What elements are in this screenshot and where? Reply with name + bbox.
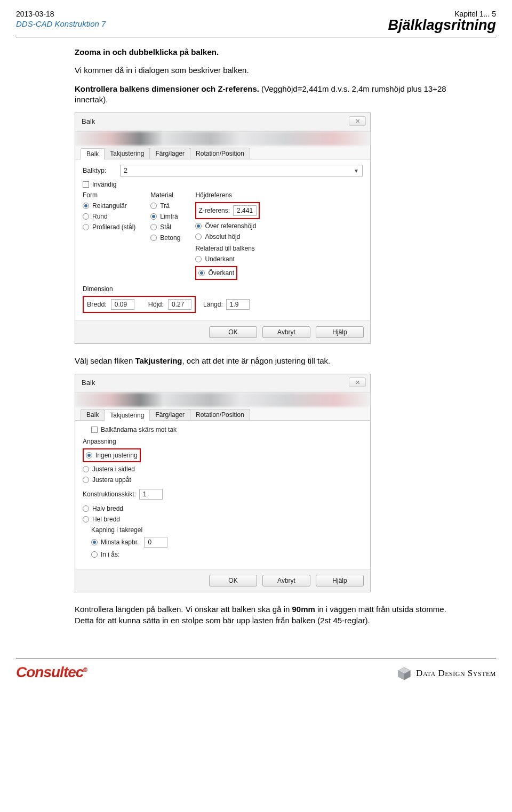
material-group: Material Trä Limträ Stål Betong	[150, 191, 180, 280]
radio-rektangular[interactable]: Rektangulär	[83, 202, 135, 210]
tab-rotation-position[interactable]: Rotation/Position	[190, 148, 250, 159]
page-title: Bjälklagsritning	[388, 17, 496, 34]
header-rule	[16, 37, 496, 37]
radio-stal-label: Stål	[160, 223, 171, 231]
dialog1-background-blur	[75, 132, 370, 146]
hjalp-button[interactable]: Hjälp	[316, 326, 364, 338]
close-icon[interactable]: ✕	[349, 116, 366, 126]
radio-inas-label: In i ås:	[101, 551, 119, 558]
radio-stal[interactable]: Stål	[150, 223, 180, 231]
close-icon[interactable]: ✕	[349, 377, 366, 387]
radio-icon	[86, 452, 92, 459]
radio-rund[interactable]: Rund	[83, 213, 135, 220]
dialog1-title: Balk	[82, 117, 95, 125]
radio-icon	[195, 256, 202, 262]
radio-icon	[83, 477, 89, 483]
product-name: DDS-CAD Konstruktion 7	[16, 19, 106, 28]
dimension-heading: Dimension	[83, 285, 363, 293]
ok-button[interactable]: OK	[209, 575, 257, 586]
tab-balk[interactable]: Balk	[81, 409, 105, 420]
radio-minsta-kapbr[interactable]: Minsta kapbr. 0	[91, 537, 363, 548]
invandig-checkbox[interactable]: Invändig	[83, 181, 363, 188]
consultec-logo: Consultec®	[16, 664, 87, 681]
radio-icon	[150, 235, 157, 241]
radio-under-label: Underkant	[205, 255, 234, 263]
radio-icon	[83, 213, 89, 220]
radio-minsta-label: Minsta kapbr.	[101, 538, 139, 546]
hojd-label: Höjd:	[148, 301, 164, 308]
para-2: Vi kommer då in i dialogen som beskriver…	[75, 65, 459, 76]
avbryt-button[interactable]: Avbryt	[262, 326, 310, 338]
tab-farglager[interactable]: Färg/lager	[149, 409, 190, 420]
balk-dialog-2: Balk ✕ Balk Takjustering Färg/lager Rota…	[75, 374, 371, 592]
checkbox-icon	[91, 427, 98, 433]
bredd-input[interactable]: 0.09	[111, 299, 134, 310]
para-4c: , och att det inte är någon justering ti…	[182, 356, 330, 365]
ok-button[interactable]: OK	[209, 326, 257, 338]
dialog2-buttons: OK Avbryt Hjälp	[75, 569, 370, 592]
radio-icon	[150, 203, 157, 209]
avbryt-button[interactable]: Avbryt	[262, 575, 310, 586]
radio-icon	[83, 516, 89, 522]
dialog1-tabs: Balk Takjustering Färg/lager Rotation/Po…	[75, 146, 370, 159]
hjalp-button[interactable]: Hjälp	[316, 575, 364, 586]
hojd-heading: Höjdreferens	[195, 191, 260, 199]
tab-takjustering[interactable]: Takjustering	[104, 148, 150, 159]
balktyp-select[interactable]: 2 ▼	[120, 165, 363, 176]
tab-balk[interactable]: Balk	[81, 148, 105, 159]
tab-takjustering[interactable]: Takjustering	[104, 409, 150, 421]
para-4b: Takjustering	[135, 356, 182, 365]
radio-halv-label: Halv bredd	[92, 505, 123, 512]
para-5b: 90mm	[292, 605, 315, 614]
balkandarna-checkbox[interactable]: Balkändarna skärs mot tak	[91, 426, 363, 433]
radio-in-i-as[interactable]: In i ås:	[91, 551, 363, 558]
dialog1-buttons: OK Avbryt Hjälp	[75, 320, 370, 343]
para-1-text: Zooma in och dubbelklicka på balken.	[75, 47, 219, 57]
page-footer: Consultec® Data Design System	[16, 658, 496, 681]
radio-justera-uppat[interactable]: Justera uppåt	[83, 476, 363, 484]
radio-profilerad[interactable]: Profilerad (stål)	[83, 223, 135, 231]
radio-icon	[195, 223, 202, 229]
radio-absolut-hojd[interactable]: Absolut höjd	[195, 233, 260, 240]
radio-halv-bredd[interactable]: Halv bredd	[83, 505, 363, 512]
para-4: Välj sedan fliken Takjustering, och att …	[75, 356, 459, 366]
radio-justera-sidled[interactable]: Justera i sidled	[83, 465, 363, 473]
consultec-text: Consultec	[16, 664, 83, 680]
doc-date: 2013-03-18	[16, 10, 106, 18]
radio-underkant[interactable]: Underkant	[195, 255, 260, 263]
para-3-bold: Kontrollera balkens dimensioner och Z-re…	[75, 84, 259, 93]
minsta-kapbr-input[interactable]: 0	[144, 537, 167, 548]
konstruktionsskikt-input[interactable]: 1	[139, 489, 163, 500]
registered-mark: ®	[83, 666, 87, 672]
cube-icon	[397, 666, 412, 681]
bredd-label: Bredd:	[87, 301, 107, 308]
overkant-highlight: Överkant	[195, 266, 237, 280]
radio-betong[interactable]: Betong	[150, 234, 180, 242]
dialog2-title: Balk	[82, 379, 95, 387]
dimension-highlight: Bredd: 0.09 Höjd: 0.27	[83, 296, 196, 313]
radio-tra[interactable]: Trä	[150, 202, 180, 210]
radio-over-referenshojd[interactable]: Över referenshöjd	[195, 222, 260, 230]
para-4a: Välj sedan fliken	[75, 356, 135, 365]
radio-prof-label: Profilerad (stål)	[92, 223, 135, 231]
header-left: 2013-03-18 DDS-CAD Konstruktion 7	[16, 10, 106, 34]
radio-ingen-justering[interactable]: Ingen justering	[86, 452, 138, 459]
balktyp-value: 2	[124, 167, 127, 174]
tab-farglager[interactable]: Färg/lager	[149, 148, 190, 159]
content: Zooma in och dubbelklicka på balken. Vi …	[75, 47, 459, 626]
tab-rotation-position[interactable]: Rotation/Position	[190, 409, 250, 420]
dialog1-columns: Form Rektangulär Rund Profilerad (stål) …	[83, 191, 363, 280]
form-group: Form Rektangulär Rund Profilerad (stål)	[83, 191, 135, 280]
para-3: Kontrollera balkens dimensioner och Z-re…	[75, 84, 459, 106]
radio-icon	[150, 224, 157, 230]
zref-input[interactable]: 2.441	[233, 205, 257, 216]
radio-hel-bredd[interactable]: Hel bredd	[83, 516, 363, 523]
hojd-input[interactable]: 0.27	[168, 299, 191, 310]
checkbox-icon	[83, 181, 89, 188]
hojdreferens-group: Höjdreferens Z-referens: 2.441 Över refe…	[195, 191, 260, 280]
radio-limtra[interactable]: Limträ	[150, 213, 180, 220]
para-1: Zooma in och dubbelklicka på balken.	[75, 47, 459, 58]
radio-overkant[interactable]: Överkant	[198, 269, 234, 277]
langd-input[interactable]: 1.9	[226, 299, 250, 310]
radio-icon	[83, 224, 89, 230]
